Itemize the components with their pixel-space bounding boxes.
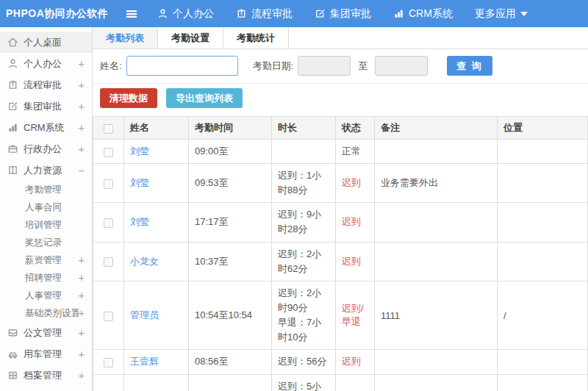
expand-toggle-icon[interactable]: + bbox=[79, 79, 85, 91]
sidebar-subitem-reward-punishment-records[interactable]: 奖惩记录 bbox=[0, 234, 92, 251]
sidebar-item-personal-desktop[interactable]: 个人桌面 bbox=[0, 32, 92, 53]
remark-cell bbox=[375, 242, 498, 281]
sidebar-subitem-basic-category-settings[interactable]: 基础类别设置+ bbox=[0, 304, 92, 322]
clean-data-button[interactable]: 清理数据 bbox=[100, 88, 157, 108]
expand-toggle-icon[interactable]: + bbox=[79, 370, 85, 381]
sidebar-item-label: 人力资源 bbox=[24, 164, 79, 177]
status-badge: 迟到 bbox=[342, 256, 361, 267]
hamburger-menu-button[interactable] bbox=[125, 7, 138, 21]
status-badge: 迟到/早退 bbox=[342, 303, 364, 327]
home-icon bbox=[7, 37, 18, 48]
duration-line: 迟到：56分 bbox=[278, 354, 329, 369]
date-to-label: 至 bbox=[358, 60, 368, 73]
sidebar-subitem-training-management[interactable]: 培训管理 bbox=[0, 216, 92, 234]
nav-item-more-apps[interactable]: 更多应用 bbox=[475, 7, 528, 21]
location-cell: / bbox=[498, 281, 588, 350]
location-cell bbox=[498, 203, 588, 242]
nav-item-personal-office[interactable]: 个人办公 bbox=[157, 7, 214, 21]
expand-toggle-icon[interactable]: + bbox=[79, 290, 85, 301]
duration-line: 早退：7小时10分 bbox=[278, 315, 329, 345]
tab-attendance-list[interactable]: 考勤列表 bbox=[93, 27, 158, 49]
expand-toggle-icon[interactable]: + bbox=[79, 122, 85, 134]
expand-toggle-icon[interactable]: + bbox=[79, 58, 85, 70]
sidebar-item-workflow-approval[interactable]: 流程审批+ bbox=[0, 74, 92, 96]
expand-toggle-icon[interactable]: + bbox=[79, 307, 85, 319]
table-header-row: 姓名 考勤时间 时长 状态 备注 位置 bbox=[93, 117, 588, 140]
row-checkbox-cell bbox=[93, 374, 124, 391]
sidebar-subitem-recruitment-management[interactable]: 招聘管理+ bbox=[0, 269, 92, 287]
status-badge: 正常 bbox=[342, 146, 361, 157]
status-cell: 迟到/早退 bbox=[336, 281, 375, 350]
chart-icon bbox=[7, 122, 18, 133]
row-checkbox[interactable] bbox=[104, 148, 113, 157]
expand-toggle-icon[interactable]: + bbox=[79, 254, 85, 266]
employee-name-link[interactable]: 刘莹 bbox=[130, 216, 149, 227]
sidebar-item-vehicle-management[interactable]: 用车管理+ bbox=[0, 343, 92, 365]
row-checkbox[interactable] bbox=[104, 179, 113, 189]
document-icon bbox=[7, 327, 18, 338]
name-input[interactable] bbox=[126, 56, 238, 76]
time-cell: 08:56至 bbox=[189, 350, 272, 374]
employee-name-link[interactable]: 小龙女 bbox=[130, 256, 159, 267]
sidebar-item-crm-system[interactable]: CRM系统+ bbox=[0, 117, 92, 138]
date-from-input[interactable] bbox=[298, 56, 351, 76]
column-header-duration: 时长 bbox=[272, 117, 336, 140]
sidebar-subitem-attendance-management[interactable]: 考勤管理 bbox=[0, 181, 92, 198]
duration-cell: 迟到：5小时33分早退：4小时67分 bbox=[272, 374, 336, 391]
nav-item-workflow-approval[interactable]: 流程审批 bbox=[236, 7, 293, 21]
row-checkbox[interactable] bbox=[104, 358, 113, 367]
export-list-button[interactable]: 导出查询列表 bbox=[166, 88, 243, 108]
date-to-input[interactable] bbox=[375, 56, 428, 76]
tab-attendance-statistics[interactable]: 考勤统计 bbox=[223, 27, 289, 49]
share-icon bbox=[236, 8, 247, 19]
row-checkbox[interactable] bbox=[104, 312, 113, 321]
sidebar-subitem-personnel-contract[interactable]: 人事合同 bbox=[0, 198, 92, 216]
nav-item-label: CRM系统 bbox=[409, 7, 453, 21]
expand-toggle-icon[interactable]: + bbox=[79, 101, 85, 112]
table-row: 管理员10:54至10:54迟到：2小时90分早退：7小时10分迟到/早退111… bbox=[93, 281, 588, 350]
tab-bar: 考勤列表 考勤设置 考勤统计 bbox=[93, 27, 588, 49]
time-cell: 17:17至 bbox=[189, 203, 272, 242]
sidebar-subitem-label: 招聘管理 bbox=[25, 272, 79, 284]
employee-name-link[interactable]: 王壹辉 bbox=[130, 356, 159, 367]
sidebar-item-label: 个人桌面 bbox=[24, 36, 85, 49]
sidebar-subitem-label: 培训管理 bbox=[25, 219, 85, 232]
expand-toggle-icon[interactable]: + bbox=[79, 143, 85, 155]
sidebar-subitem-salary-management[interactable]: 薪资管理+ bbox=[0, 251, 92, 269]
chart-icon bbox=[393, 8, 404, 19]
sidebar-item-admin-office[interactable]: 行政办公+ bbox=[0, 138, 92, 159]
sidebar-item-personal-office[interactable]: 个人办公+ bbox=[0, 53, 92, 74]
expand-toggle-icon[interactable]: + bbox=[79, 272, 85, 284]
employee-name-link[interactable]: 管理员 bbox=[130, 309, 159, 320]
row-checkbox-cell bbox=[93, 281, 124, 350]
sidebar-subitem-personnel-management[interactable]: 人事管理+ bbox=[0, 287, 92, 304]
expand-toggle-icon[interactable]: + bbox=[79, 348, 85, 360]
sidebar-item-human-resources[interactable]: 人力资源− bbox=[0, 159, 92, 181]
expand-toggle-icon[interactable]: + bbox=[79, 327, 85, 339]
archive-icon bbox=[7, 370, 18, 381]
time-cell: 10:37至 bbox=[189, 242, 272, 281]
remark-cell bbox=[375, 350, 498, 374]
sidebar-item-group-approval[interactable]: 集团审批+ bbox=[0, 96, 92, 117]
column-header-location: 位置 bbox=[498, 117, 588, 140]
table-row: 刘莹17:17至迟到：9小时28分迟到 bbox=[93, 203, 588, 242]
sidebar-item-project-management[interactable]: 项目管理+ bbox=[0, 386, 92, 391]
employee-name-link[interactable]: 刘莹 bbox=[130, 146, 149, 157]
user-icon bbox=[157, 8, 168, 19]
nav-item-crm-system[interactable]: CRM系统 bbox=[393, 7, 453, 21]
sidebar-item-document-management[interactable]: 公文管理+ bbox=[0, 322, 92, 343]
time-cell: 09:53至 bbox=[189, 164, 272, 203]
nav-item-group-approval[interactable]: 集团审批 bbox=[315, 7, 371, 21]
query-button[interactable]: 查 询 bbox=[447, 56, 492, 76]
table-row: 黄莺13:20至13:20迟到：5小时33分早退：4小时67分迟到/早退/ bbox=[93, 374, 588, 391]
employee-name-link[interactable]: 刘莹 bbox=[130, 177, 149, 188]
sidebar-item-archive-management[interactable]: 档案管理+ bbox=[0, 365, 92, 386]
row-checkbox[interactable] bbox=[104, 218, 113, 228]
tab-attendance-settings[interactable]: 考勤设置 bbox=[158, 27, 223, 49]
sidebar-submenu: 考勤管理人事合同培训管理奖惩记录薪资管理+招聘管理+人事管理+基础类别设置+ bbox=[0, 181, 92, 322]
remark-cell bbox=[375, 374, 498, 391]
row-checkbox[interactable] bbox=[104, 257, 113, 267]
select-all-checkbox[interactable] bbox=[104, 124, 113, 134]
expand-toggle-icon[interactable]: − bbox=[79, 165, 85, 176]
status-cell: 迟到 bbox=[336, 242, 375, 281]
